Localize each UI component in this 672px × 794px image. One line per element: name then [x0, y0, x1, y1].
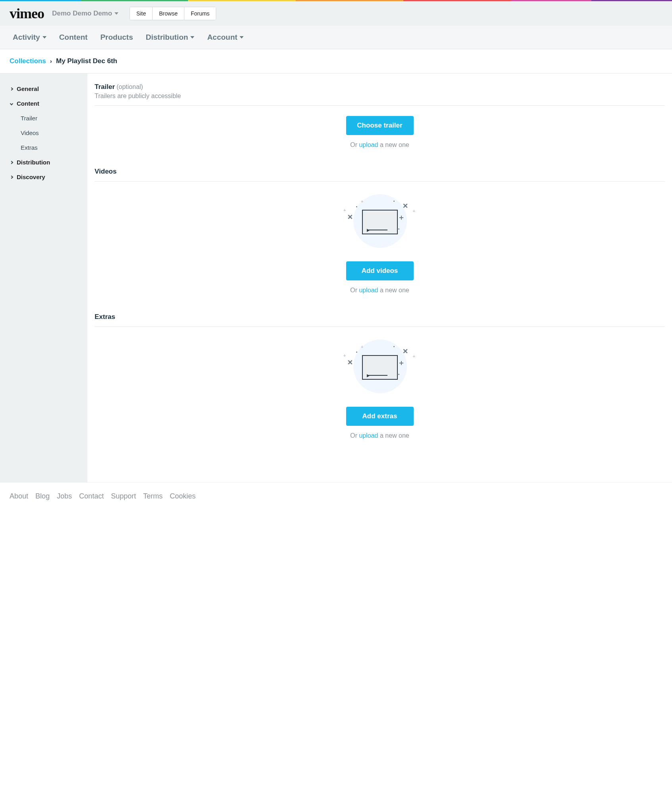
section-extras: Extras + + + Add extras — [95, 313, 665, 439]
tab-activity-label: Activity — [13, 33, 40, 42]
or-suffix: a new one — [378, 432, 409, 439]
extras-or-line: Or upload a new one — [95, 432, 665, 439]
tab-account-label: Account — [207, 33, 237, 42]
browse-button[interactable]: Browse — [152, 7, 184, 20]
or-suffix: a new one — [378, 141, 409, 148]
sidebar-item-label: General — [17, 85, 39, 92]
plus-icon: + — [361, 199, 363, 204]
sparkle-icon — [347, 213, 354, 220]
sparkle-icon — [399, 216, 403, 220]
chevron-right-icon — [10, 175, 13, 178]
tab-products-label: Products — [100, 33, 133, 42]
sidebar-item-discovery[interactable]: Discovery — [0, 170, 87, 184]
plus-icon: + — [361, 344, 363, 349]
choose-trailer-button[interactable]: Choose trailer — [346, 116, 414, 135]
chevron-right-icon — [10, 160, 13, 164]
add-videos-button[interactable]: Add videos — [346, 261, 414, 280]
videos-upload-link[interactable]: upload — [359, 287, 378, 294]
chevron-down-icon — [10, 102, 13, 105]
plus-icon: + — [343, 208, 346, 213]
or-prefix: Or — [350, 287, 359, 294]
site-dropdown[interactable]: Demo Demo Demo — [52, 10, 118, 17]
footer: About Blog Jobs Contact Support Terms Co… — [0, 482, 672, 548]
sidebar-item-distribution[interactable]: Distribution — [0, 155, 87, 170]
section-videos: Videos + + + Add videos — [95, 168, 665, 294]
footer-blog-link[interactable]: Blog — [35, 492, 50, 500]
breadcrumb: Collections › My Playlist Dec 6th — [0, 49, 672, 73]
tab-distribution[interactable]: Distribution — [146, 33, 195, 42]
chevron-right-icon: › — [50, 58, 52, 64]
sidebar-item-general[interactable]: General — [0, 81, 87, 96]
extras-upload-link[interactable]: upload — [359, 432, 378, 439]
footer-terms-link[interactable]: Terms — [143, 492, 163, 500]
add-extras-button[interactable]: Add extras — [346, 407, 414, 426]
chevron-down-icon — [114, 12, 118, 15]
section-trailer-optional: (optional) — [116, 83, 143, 90]
trailer-upload-link[interactable]: upload — [359, 141, 378, 148]
forums-button[interactable]: Forums — [184, 7, 216, 20]
sidebar-item-label: Discovery — [17, 174, 45, 180]
divider — [95, 181, 665, 182]
plus-icon: + — [343, 353, 346, 358]
play-icon — [367, 374, 370, 377]
chevron-down-icon — [190, 36, 194, 39]
footer-about-link[interactable]: About — [10, 492, 28, 500]
divider — [95, 105, 665, 106]
sidebar-item-label: Distribution — [17, 159, 50, 166]
section-videos-title: Videos — [95, 168, 116, 175]
chevron-down-icon — [43, 36, 46, 39]
chevron-right-icon — [10, 87, 13, 90]
sidebar-sub-trailer[interactable]: Trailer — [0, 111, 87, 126]
footer-support-link[interactable]: Support — [111, 492, 136, 500]
footer-jobs-link[interactable]: Jobs — [57, 492, 72, 500]
sidebar: General Content Trailer Videos Extras Di… — [0, 73, 87, 482]
footer-contact-link[interactable]: Contact — [79, 492, 104, 500]
empty-video-illustration: + + + — [345, 192, 414, 249]
site-dropdown-label: Demo Demo Demo — [52, 10, 112, 17]
sparkle-icon — [347, 359, 354, 366]
sidebar-sub-extras[interactable]: Extras — [0, 140, 87, 155]
videos-or-line: Or upload a new one — [95, 287, 665, 294]
divider — [95, 326, 665, 327]
top-segmented-buttons: Site Browse Forums — [130, 7, 216, 20]
plus-icon: + — [413, 209, 415, 213]
or-prefix: Or — [350, 432, 359, 439]
tab-activity[interactable]: Activity — [13, 33, 46, 42]
breadcrumb-current: My Playlist Dec 6th — [56, 57, 117, 65]
tab-distribution-label: Distribution — [146, 33, 188, 42]
section-extras-title: Extras — [95, 313, 115, 321]
sparkle-icon — [399, 361, 403, 365]
section-trailer: Trailer (optional) Trailers are publicly… — [95, 83, 665, 149]
empty-extras-illustration: + + + — [345, 337, 414, 395]
nav-tabs: Activity Content Products Distribution A… — [0, 26, 672, 49]
section-trailer-title: Trailer — [95, 83, 115, 91]
play-icon — [367, 229, 370, 232]
tab-account[interactable]: Account — [207, 33, 244, 42]
breadcrumb-collections-link[interactable]: Collections — [10, 57, 46, 65]
section-trailer-sub: Trailers are publicly accessible — [95, 93, 665, 100]
site-button[interactable]: Site — [130, 7, 152, 20]
sidebar-sub-videos[interactable]: Videos — [0, 126, 87, 140]
chevron-down-icon — [240, 36, 244, 39]
tab-content[interactable]: Content — [59, 33, 88, 42]
sidebar-item-label: Content — [17, 100, 39, 107]
trailer-or-line: Or upload a new one — [95, 141, 665, 149]
tab-content-label: Content — [59, 33, 88, 42]
or-suffix: a new one — [378, 287, 409, 294]
footer-cookies-link[interactable]: Cookies — [170, 492, 196, 500]
tab-products[interactable]: Products — [100, 33, 133, 42]
or-prefix: Or — [350, 141, 359, 148]
sidebar-item-content[interactable]: Content — [0, 96, 87, 111]
main-content: Trailer (optional) Trailers are publicly… — [87, 73, 672, 482]
top-bar: vimeo Demo Demo Demo Site Browse Forums — [0, 1, 672, 26]
vimeo-logo[interactable]: vimeo — [10, 5, 44, 22]
plus-icon: + — [413, 354, 415, 359]
